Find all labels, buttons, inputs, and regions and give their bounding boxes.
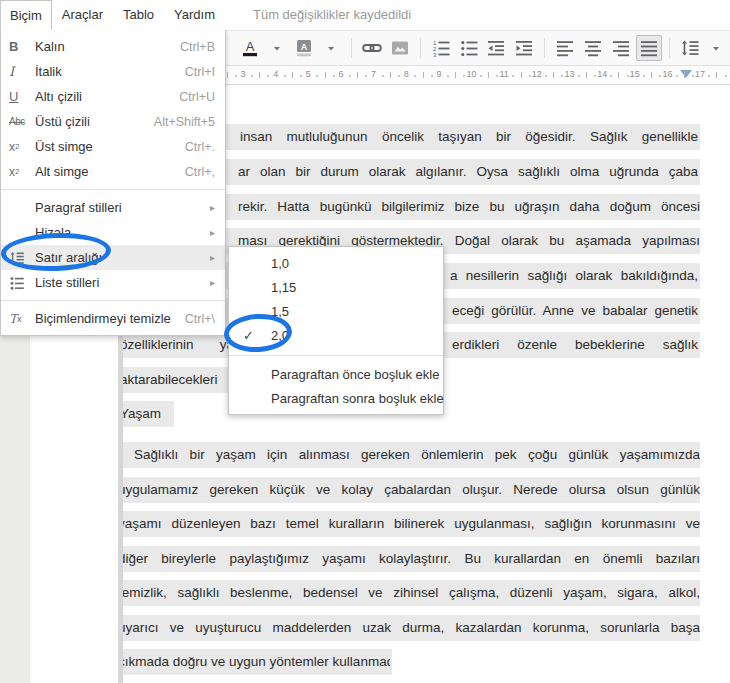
ruler-number: 4 [273,69,278,79]
spacing-option-space-after[interactable]: Paragraftan sonra boşluk ekle [229,386,443,410]
text-line[interactable]: yaşamı düzenleyen bazı temel kuralların … [118,511,700,537]
text-line[interactable]: uyarıcı ve uyuşturucu maddelerden uzak d… [118,615,700,641]
menu-item-shortcut: Ctrl+. [185,140,215,154]
text-line[interactable]: insan mutluluğunun öncelik taşıyan bir ö… [240,124,698,150]
svg-text:A: A [301,42,308,52]
ruler-tick [463,75,465,77]
spacing-option-label: 1,15 [271,280,431,295]
ruler-tick [300,75,302,77]
toolbar-separator [351,38,352,58]
ruler-tick [349,75,351,77]
highlight-color-button[interactable]: A [292,35,318,61]
ruler-tick [725,75,727,77]
indent-marker[interactable] [680,70,692,78]
text-color-button[interactable]: A [238,35,264,61]
menu-araclar[interactable]: Araçlar [52,0,113,30]
insert-image-icon [390,38,410,58]
menu-item-label: Biçimlendirmeyi temizle [35,311,177,326]
menu-item-label: Üstü çizili [35,114,146,129]
decrease-indent-icon [486,38,506,58]
menu-item-ustu-cizili[interactable]: Abc Üstü çizili Alt+Shift+5 [1,109,225,134]
spacing-option-1-0[interactable]: 1,0 [229,251,443,275]
line-spacing-caret[interactable] [703,35,729,61]
spacing-option-label: 2,0 [271,328,431,343]
menu-item-label: Alt simge [35,164,177,179]
menu-yardim[interactable]: Yardım [164,0,225,30]
ruler-tick [610,75,612,77]
spacing-option-1-15[interactable]: 1,15 [229,275,443,299]
text-line[interactable]: a nesillerin sağlığı olarak bakıldığında… [450,263,698,289]
text-line[interactable]: Sağlıklı bir yaşam için alınması gereken… [134,442,700,468]
ruler-tick [618,72,619,78]
ruler-tick [586,72,587,78]
ruler-tick [708,75,710,77]
submenu-arrow-icon: ▸ [210,227,215,238]
menu-item-italik[interactable]: I İtalik Ctrl+I [1,59,225,84]
ruler-tick [676,75,678,77]
align-center-button[interactable] [580,35,606,61]
menu-item-shortcut: Ctrl+U [179,90,215,104]
ruler-number: 9 [436,69,441,79]
bulleted-list-button[interactable] [456,35,482,61]
toolbar-separator [420,38,421,58]
ruler-number: 8 [404,69,409,79]
text-line[interactable]: ar olan bir durum olarak algılanır. Oysa… [238,159,698,185]
insert-link-button[interactable] [359,35,385,61]
spacing-option-label: Paragraftan önce boşluk ekle [271,367,439,382]
menu-tablo[interactable]: Tablo [113,0,164,30]
insert-link-icon [362,38,382,58]
toolbar-separator [544,38,545,58]
menu-item-alti-cizili[interactable]: U Altı çizili Ctrl+U [1,84,225,109]
spacing-option-label: 1,0 [271,256,431,271]
text-line[interactable]: eceği görülür. Anne ve babalar genetik [452,298,698,324]
ruler-number: 6 [338,69,343,79]
ruler-tick [414,75,416,77]
text-line[interactable]: çıkmada doğru ve uygun yöntemler kullanm… [118,649,390,675]
ruler-tick [529,75,531,77]
menu-item-kalin[interactable]: B Kalın Ctrl+B [1,34,225,59]
ruler-tick [496,75,498,77]
align-left-button[interactable] [552,35,578,61]
menu-item-label: İtalik [35,64,177,79]
numbered-list-button[interactable]: 123 [428,35,454,61]
align-right-button[interactable] [608,35,634,61]
clear-formatting-icon: Tx [9,312,35,326]
menu-item-alt-simge[interactable]: x2 Alt simge Ctrl+, [1,159,225,184]
line-spacing-button[interactable] [677,35,703,61]
text-line[interactable]: temizlik, sağlıklı beslenme, bedensel ve… [118,580,700,606]
increase-indent-button[interactable] [511,35,537,61]
menu-item-liste-stilleri[interactable]: Liste stilleri ▸ [1,270,225,295]
menu-item-ust-simge[interactable]: x2 Üst simge Ctrl+. [1,134,225,159]
text-line[interactable]: diğer bireylerle paylaştığımız yaşamı ko… [118,546,700,572]
ruler-tick [488,72,489,78]
spacing-option-label: Paragraftan sonra boşluk ekle [271,391,444,406]
ruler-tick [521,72,522,78]
menu-item-bicimlendirmeyi-temizle[interactable]: Tx Biçimlendirmeyi temizle Ctrl+\ [1,306,225,331]
text-line[interactable]: rekir. Hatta bugünkü bilgilerimiz bize b… [238,194,700,220]
menubar: Biçim Araçlar Tablo Yardım Tüm değişikli… [0,0,730,30]
ruler-tick [643,75,645,77]
justify-button[interactable] [636,35,662,61]
ruler-tick [292,72,293,78]
text-line[interactable]: erdikleri özenle bebeklerine sağlık [452,332,698,358]
menu-item-paragraf-stilleri[interactable]: Paragraf stilleri ▸ [1,195,225,220]
menu-bicim[interactable]: Biçim [0,0,52,30]
ruler-tick [594,75,596,77]
justify-icon [639,38,659,58]
highlight-color-caret[interactable] [318,35,344,61]
ruler-number: 7 [371,69,376,79]
svg-text:A: A [246,39,255,54]
insert-image-button[interactable] [387,35,413,61]
spacing-option-space-before[interactable]: Paragraftan önce boşluk ekle [229,362,443,386]
text-line[interactable]: Yaşam [120,401,172,427]
text-line[interactable]: uygulamamız gereken küçük ve kolay çabal… [118,477,700,503]
ruler-tick [235,75,237,77]
ruler-tick [716,72,717,78]
decrease-indent-button[interactable] [484,35,510,61]
submenu-arrow-icon: ▸ [210,252,215,263]
text-color-caret[interactable] [264,35,290,61]
highlight-color-icon: A [295,38,315,58]
ruler-number: 5 [306,69,311,79]
ruler-tick [357,72,358,78]
ruler-tick [398,75,400,77]
